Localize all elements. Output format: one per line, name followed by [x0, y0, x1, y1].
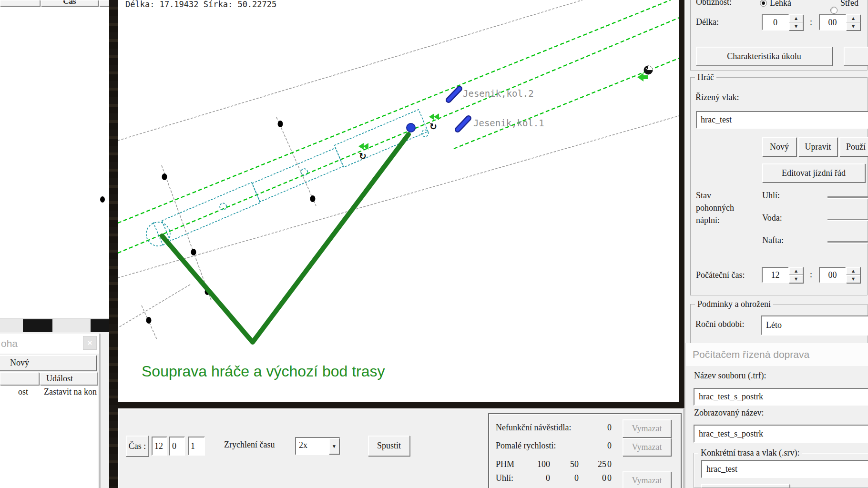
- uhli-label: Uhlí:: [496, 473, 513, 483]
- time-seconds-field[interactable]: 1: [188, 437, 205, 456]
- start-hours-field[interactable]: 12: [762, 267, 789, 283]
- season-field[interactable]: Léto: [761, 315, 868, 336]
- phm-value: 25: [587, 459, 606, 469]
- railway-lines-green: [118, 0, 679, 253]
- length-hours-field[interactable]: 0: [762, 14, 789, 30]
- map-node-dot[interactable]: [100, 196, 105, 203]
- player-use-label: Použí: [846, 142, 866, 152]
- simulation-control-panel: Čas : 12 0 1 Zrychlení času 2x ▼ Spustit…: [118, 408, 684, 488]
- length-minutes-value: 00: [828, 18, 837, 28]
- list-column-header-empty[interactable]: [0, 0, 40, 6]
- spinner-down-icon[interactable]: ▼: [846, 275, 860, 283]
- spinner-up-icon[interactable]: ▲: [789, 14, 803, 22]
- event-column-1[interactable]: [0, 372, 39, 385]
- clear-coal-button[interactable]: Vymazat: [623, 471, 671, 488]
- track-pen-icon[interactable]: [458, 118, 469, 130]
- player-new-button[interactable]: Nový: [762, 137, 797, 156]
- phm-value: 0: [607, 459, 619, 469]
- start-button[interactable]: Spustit: [368, 436, 410, 456]
- close-icon[interactable]: ×: [83, 336, 97, 350]
- spinner-down-icon[interactable]: ▼: [846, 22, 860, 30]
- task-description-button[interactable]: Charakteristika úkolu: [696, 47, 832, 66]
- player-groupbox: Hráč: [690, 77, 868, 295]
- rotate-icon: ↻: [359, 151, 367, 161]
- map-coordinates: Délka: 17.19432 Šírka: 50.22725: [125, 0, 276, 9]
- player-new-label: Nový: [770, 142, 789, 152]
- map-left-border: [109, 0, 118, 488]
- list-column-header-sliver[interactable]: [99, 0, 110, 6]
- time-accel-dropdown[interactable]: 2x ▼: [295, 437, 340, 455]
- length-hours-stepper[interactable]: ▲ ▼: [789, 14, 803, 30]
- length-minutes-stepper[interactable]: ▲ ▼: [846, 14, 860, 30]
- driven-train-label: Řízený vlak:: [695, 92, 739, 102]
- start-hours-value: 12: [771, 270, 780, 280]
- fuel-oil-slider[interactable]: [827, 241, 868, 244]
- start-hours-stepper[interactable]: ▲ ▼: [789, 267, 803, 283]
- partial-button-right[interactable]: [844, 47, 868, 66]
- clear-speeds-button[interactable]: Vymazat: [623, 438, 671, 456]
- driven-train-field[interactable]: hrac_test: [696, 111, 868, 129]
- chevron-down-icon[interactable]: ▼: [329, 438, 339, 454]
- season-value: Léto: [766, 320, 782, 330]
- length-minutes-field[interactable]: 00: [819, 14, 846, 30]
- spinner-down-icon[interactable]: ▼: [789, 275, 803, 283]
- phm-label: PHM: [496, 459, 514, 469]
- edit-timetable-button[interactable]: Editovat jízdní řád: [762, 163, 865, 183]
- map-canvas[interactable]: Jesenik,kol.2 Jesenik,kol.1 ↻ ↻ Délka: 1…: [118, 0, 679, 403]
- player-edit-label: Upravit: [805, 142, 831, 152]
- edit-timetable-label: Editovat jízdní řád: [782, 168, 846, 178]
- spinner-up-icon[interactable]: ▲: [846, 14, 860, 22]
- trf-file-field[interactable]: hrac_test_s_postrk: [694, 388, 868, 406]
- time-minutes-field[interactable]: 0: [169, 437, 185, 456]
- column-header-label: Čas: [41, 0, 98, 6]
- start-minutes-field[interactable]: 00: [819, 267, 846, 283]
- player-train-outline[interactable]: [142, 110, 429, 253]
- player-edit-button[interactable]: Upravit: [798, 137, 837, 156]
- fuel-state-label: náplní:: [696, 215, 720, 225]
- start-time-label: Počáteční čas:: [696, 270, 745, 280]
- clear-signals-button[interactable]: Vymazat: [623, 419, 671, 437]
- route-value: hrac_test: [706, 464, 737, 474]
- player-use-button[interactable]: Použí: [839, 137, 868, 156]
- stat-value: 0: [607, 441, 612, 451]
- list-column-header-cas[interactable]: Čas: [41, 0, 98, 6]
- time-minutes-value: 0: [172, 441, 176, 451]
- event-window-title: oha: [1, 338, 18, 349]
- stat-label: Nefunkční návěstidla:: [496, 423, 571, 433]
- driven-train-value: hrac_test: [701, 115, 732, 125]
- spinner-down-icon[interactable]: ▼: [789, 22, 803, 30]
- event-row-cell-1[interactable]: ost: [18, 387, 28, 397]
- start-minutes-stepper[interactable]: ▲ ▼: [846, 267, 860, 283]
- fuel-coal-slider[interactable]: [827, 196, 868, 199]
- traffic-title: Počítačem řízená doprava: [693, 349, 809, 360]
- difficulty-radio-medium[interactable]: [830, 7, 837, 14]
- route-field[interactable]: hrac_test: [701, 460, 868, 478]
- time-button-label: Čas :: [129, 441, 146, 451]
- length-separator: :: [810, 17, 812, 27]
- event-row-cell-2[interactable]: Zastavit na kon: [44, 387, 98, 397]
- radio-selected-dot: [762, 1, 765, 5]
- rotate-icon: ↻: [429, 121, 437, 132]
- display-name-field[interactable]: hrac_test_s_postrk: [694, 425, 868, 443]
- checker-strip: [0, 319, 110, 332]
- time-button[interactable]: Čas :: [126, 436, 149, 457]
- length-label: Délka:: [696, 17, 719, 27]
- spinner-up-icon[interactable]: ▲: [789, 267, 803, 275]
- map-bottom-border: [118, 402, 684, 408]
- length-hours-value: 0: [773, 18, 777, 28]
- partial-button-bottom[interactable]: [701, 484, 790, 488]
- switch-direction-icon[interactable]: ↻: [429, 113, 439, 132]
- trf-file-value: hrac_test_s_postrk: [699, 392, 763, 402]
- fuel-water-label: Voda:: [762, 213, 782, 223]
- fuel-water-slider[interactable]: [827, 219, 868, 221]
- spinner-up-icon[interactable]: ▲: [846, 267, 860, 275]
- track-pen-icon[interactable]: [449, 89, 460, 100]
- new-event-button[interactable]: Nový: [0, 355, 96, 371]
- uhli-value: 0: [560, 473, 579, 483]
- time-hours-field[interactable]: 12: [152, 437, 167, 456]
- event-column-2[interactable]: Událost: [40, 372, 98, 385]
- route-start-point[interactable]: [407, 123, 415, 132]
- switch-direction-icon[interactable]: ↻: [358, 143, 368, 161]
- player-group-label: Hráč: [695, 72, 716, 82]
- phm-value: 50: [560, 459, 579, 469]
